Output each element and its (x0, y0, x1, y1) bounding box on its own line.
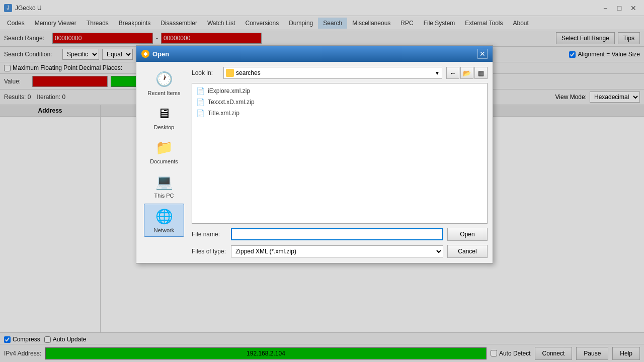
nav-recent-items-label: Recent Items (148, 90, 181, 96)
nav-recent-items[interactable]: 🕐 Recent Items (144, 67, 184, 99)
dialog-title-bar: ✱ Open ✕ (136, 46, 493, 62)
nav-documents[interactable]: 📁 Documents (144, 135, 184, 167)
nav-documents-label: Documents (150, 158, 178, 164)
dialog-body: 🕐 Recent Items 🖥 Desktop 📁 Documents 💻 T… (136, 62, 493, 263)
file-item-2[interactable]: 📄 Title.xml.zip (194, 108, 485, 119)
dialog-title: Open (152, 50, 169, 58)
nav-desktop[interactable]: 🖥 Desktop (144, 101, 184, 133)
file-name-1: Texxxt.xD.xml.zip (208, 99, 255, 106)
dialog-title-left: ✱ Open (141, 50, 169, 58)
recent-items-icon: 🕐 (155, 70, 173, 88)
documents-icon: 📁 (155, 138, 173, 156)
network-icon: 🌐 (155, 207, 173, 225)
open-dialog: ✱ Open ✕ 🕐 Recent Items 🖥 Desktop 📁 Docu… (136, 45, 493, 263)
look-in-folder-icon (226, 69, 234, 77)
dialog-nav: 🕐 Recent Items 🖥 Desktop 📁 Documents 💻 T… (141, 67, 187, 258)
file-list[interactable]: 📄 iExplore.xml.zip 📄 Texxxt.xD.xml.zip 📄… (192, 83, 488, 224)
look-in-dropdown-icon: ▼ (435, 70, 440, 76)
file-name-label: File name: (192, 231, 227, 238)
file-item-1[interactable]: 📄 Texxxt.xD.xml.zip (194, 97, 485, 108)
nav-network[interactable]: 🌐 Network (144, 204, 184, 237)
file-item-0[interactable]: 📄 iExplore.xml.zip (194, 85, 485, 97)
look-in-back-button[interactable]: ← (446, 67, 459, 79)
desktop-icon: 🖥 (155, 104, 173, 122)
nav-desktop-label: Desktop (154, 124, 174, 130)
file-name-2: Title.xml.zip (208, 110, 239, 117)
file-type-row: Files of type: Zipped XML (*.xml.zip) Ca… (192, 245, 488, 258)
look-in-label: Look in: (192, 69, 219, 76)
dialog-open-button[interactable]: Open (447, 228, 488, 241)
nav-network-label: Network (154, 227, 174, 233)
look-in-view-button[interactable]: ▦ (474, 67, 488, 79)
file-name-0: iExplore.xml.zip (208, 87, 250, 95)
file-icon-2: 📄 (196, 109, 205, 117)
look-in-buttons: ← 📂 ▦ (446, 67, 488, 79)
nav-this-pc[interactable]: 💻 This PC (144, 169, 184, 202)
look-in-new-folder-button[interactable]: 📂 (460, 67, 473, 79)
files-of-type-label: Files of type: (192, 248, 227, 255)
dialog-overlay: ✱ Open ✕ 🕐 Recent Items 🖥 Desktop 📁 Docu… (0, 0, 644, 362)
file-icon-0: 📄 (196, 87, 205, 95)
file-icon-1: 📄 (196, 98, 205, 106)
file-name-row: File name: Open (192, 228, 488, 241)
dialog-right: Look in: searches ▼ ← 📂 ▦ 📄 (192, 67, 488, 258)
look-in-value: searches (236, 69, 261, 76)
dialog-cancel-button[interactable]: Cancel (447, 245, 488, 258)
nav-this-pc-label: This PC (154, 193, 174, 199)
look-in-select[interactable]: searches ▼ (223, 67, 442, 79)
this-pc-icon: 💻 (155, 172, 173, 191)
dialog-icon: ✱ (141, 50, 149, 58)
file-name-input[interactable] (231, 228, 443, 240)
look-in-row: Look in: searches ▼ ← 📂 ▦ (192, 67, 488, 79)
files-of-type-select[interactable]: Zipped XML (*.xml.zip) (231, 245, 443, 257)
dialog-close-button[interactable]: ✕ (477, 49, 488, 59)
